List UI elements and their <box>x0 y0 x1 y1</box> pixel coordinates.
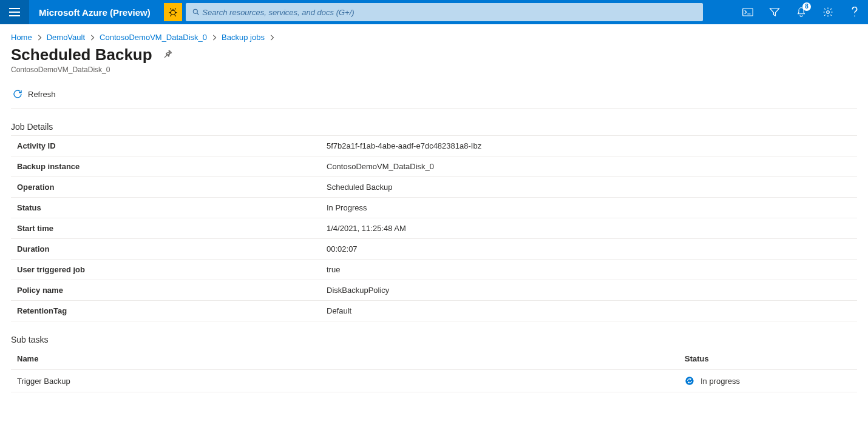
job-detail-value: 5f7b2a1f-f1ab-4abe-aadf-e7dc482381a8-Ibz <box>320 136 857 156</box>
title-bar: Scheduled Backup <box>11 45 857 64</box>
sub-tasks-heading: Sub tasks <box>11 335 857 344</box>
job-detail-key: RetentionTag <box>11 301 320 321</box>
breadcrumb-item-backup-jobs[interactable]: Backup jobs <box>222 33 265 42</box>
job-details-heading: Job Details <box>11 122 857 132</box>
sub-tasks-table: Name Status Trigger BackupIn progress <box>11 348 857 392</box>
global-search-input[interactable] <box>202 8 696 17</box>
preview-bug-button[interactable] <box>164 3 182 21</box>
svg-rect-1 <box>9 12 20 13</box>
bug-icon <box>168 7 178 18</box>
job-detail-row: StatusIn Progress <box>11 198 857 218</box>
svg-point-3 <box>171 10 175 15</box>
job-detail-row: RetentionTagDefault <box>11 301 857 321</box>
sub-task-status-cell: In progress <box>679 370 857 392</box>
job-detail-key: Backup instance <box>11 156 320 177</box>
page-content: Home DemoVault ContosoDemoVM_DataDisk_0 … <box>0 24 868 401</box>
job-detail-row: Start time1/4/2021, 11:25:48 AM <box>11 218 857 239</box>
gear-icon <box>822 7 833 18</box>
settings-button[interactable] <box>815 0 841 24</box>
job-detail-value: ContosoDemoVM_DataDisk_0 <box>320 156 857 177</box>
chevron-right-icon <box>37 35 42 41</box>
job-detail-row: Duration00:02:07 <box>11 239 857 260</box>
job-detail-row: OperationScheduled Backup <box>11 177 857 198</box>
directory-filter-button[interactable] <box>761 0 788 24</box>
job-detail-key: Status <box>11 198 320 218</box>
job-detail-value: In Progress <box>320 198 857 218</box>
job-detail-key: Duration <box>11 239 320 260</box>
help-button[interactable] <box>841 0 868 24</box>
top-bar: Microsoft Azure (Preview) 8 <box>0 0 868 24</box>
svg-rect-2 <box>9 15 20 16</box>
notification-badge: 8 <box>802 2 811 11</box>
svg-point-6 <box>827 11 830 14</box>
job-detail-value: 00:02:07 <box>320 239 857 260</box>
job-detail-key: Activity ID <box>11 136 320 156</box>
pin-button[interactable] <box>163 49 173 61</box>
brand-label[interactable]: Microsoft Azure (Preview) <box>29 7 160 18</box>
job-detail-value: Scheduled Backup <box>320 177 857 198</box>
sync-icon <box>685 376 694 386</box>
filter-icon <box>769 7 780 17</box>
hamburger-menu-button[interactable] <box>0 0 29 24</box>
breadcrumb: Home DemoVault ContosoDemoVM_DataDisk_0 … <box>11 33 857 42</box>
sub-tasks-col-status[interactable]: Status <box>679 348 857 370</box>
search-icon <box>192 8 200 16</box>
breadcrumb-item-vault[interactable]: DemoVault <box>47 33 85 42</box>
svg-rect-5 <box>743 8 753 16</box>
job-detail-key: User triggered job <box>11 260 320 280</box>
svg-point-4 <box>193 9 197 13</box>
job-detail-row: User triggered jobtrue <box>11 260 857 280</box>
top-right-icons: 8 <box>734 0 868 24</box>
job-detail-row: Backup instanceContosoDemoVM_DataDisk_0 <box>11 156 857 177</box>
job-detail-value: Default <box>320 301 857 321</box>
breadcrumb-item-home[interactable]: Home <box>11 33 32 42</box>
help-icon <box>851 7 858 18</box>
chevron-right-icon <box>270 35 274 41</box>
sub-task-name: Trigger Backup <box>11 370 679 392</box>
job-detail-row: Activity ID5f7b2a1f-f1ab-4abe-aadf-e7dc4… <box>11 136 857 156</box>
sub-task-status-text: In progress <box>700 377 740 386</box>
svg-point-8 <box>685 377 693 384</box>
svg-point-7 <box>854 15 855 16</box>
sub-tasks-col-name[interactable]: Name <box>11 348 679 370</box>
global-search[interactable] <box>186 3 703 21</box>
pin-icon <box>163 49 173 59</box>
svg-rect-0 <box>9 8 20 9</box>
hamburger-icon <box>9 8 20 16</box>
job-detail-key: Operation <box>11 177 320 198</box>
refresh-button[interactable]: Refresh <box>11 86 57 102</box>
chevron-right-icon <box>212 35 217 41</box>
job-detail-value: DiskBackupPolicy <box>320 280 857 301</box>
job-detail-key: Start time <box>11 218 320 239</box>
job-detail-value: true <box>320 260 857 280</box>
breadcrumb-item-instance[interactable]: ContosoDemoVM_DataDisk_0 <box>100 33 207 42</box>
sub-task-row: Trigger BackupIn progress <box>11 370 857 392</box>
job-detail-row: Policy nameDiskBackupPolicy <box>11 280 857 301</box>
page-title: Scheduled Backup <box>11 45 152 64</box>
refresh-icon <box>12 89 23 99</box>
chevron-right-icon <box>90 35 95 41</box>
command-bar: Refresh <box>11 82 857 109</box>
job-detail-value: 1/4/2021, 11:25:48 AM <box>320 218 857 239</box>
page-subtitle: ContosoDemoVM_DataDisk_0 <box>11 65 857 74</box>
cloud-shell-icon <box>742 8 753 16</box>
cloud-shell-button[interactable] <box>734 0 761 24</box>
notifications-button[interactable]: 8 <box>788 0 815 24</box>
job-details-table: Activity ID5f7b2a1f-f1ab-4abe-aadf-e7dc4… <box>11 135 857 321</box>
refresh-label: Refresh <box>28 90 56 99</box>
job-detail-key: Policy name <box>11 280 320 301</box>
